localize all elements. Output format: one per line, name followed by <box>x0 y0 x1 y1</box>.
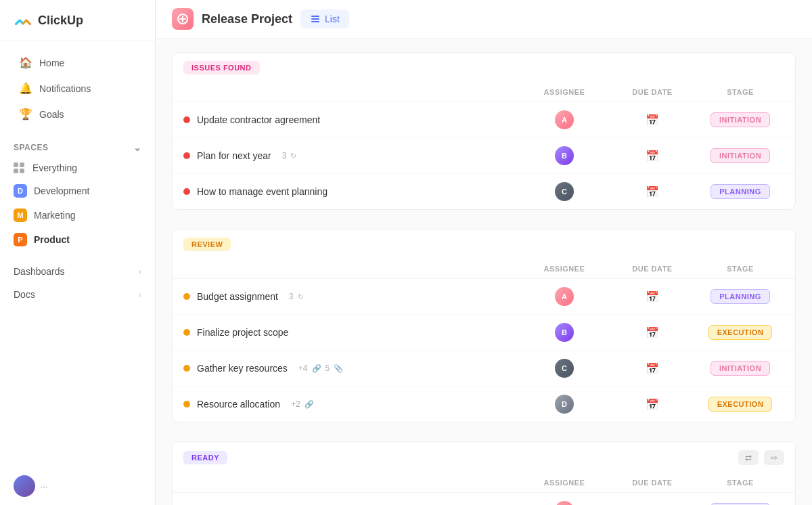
table-row[interactable]: How to manage event planning C 📅 PLANNIN… <box>173 174 795 209</box>
ready-badge: READY <box>183 451 227 464</box>
sidebar-item-dashboards[interactable]: Dashboards › <box>0 260 155 283</box>
avatar: D <box>555 395 574 414</box>
due-date-cell: 📅 <box>608 398 696 411</box>
sidebar-item-docs[interactable]: Docs › <box>0 283 155 306</box>
list-view-tab[interactable]: List <box>300 9 349 28</box>
avatar: C <box>555 359 574 378</box>
development-label: Development <box>34 185 90 196</box>
task-info: Plan for next year 3 ↻ <box>183 150 520 161</box>
task-info: Budget assignment 3 ↻ <box>183 291 520 302</box>
table-row[interactable]: Plan for next year 3 ↻ B 📅 INITIATION <box>173 138 795 174</box>
docs-label: Docs <box>14 289 35 300</box>
calendar-icon: 📅 <box>646 362 659 375</box>
assignee-cell: C <box>520 359 608 378</box>
sidebar-item-home[interactable]: 🏠 Home <box>5 50 150 75</box>
top-bar: Release Project List <box>156 0 812 39</box>
due-date-cell: 📅 <box>608 290 696 303</box>
status-dot <box>183 401 190 408</box>
spaces-list: Everything D Development M Marketing P P… <box>0 157 155 252</box>
avatar: A <box>555 110 574 129</box>
table-row[interactable]: Budget assignment 3 ↻ A 📅 PLANNING <box>173 279 795 315</box>
task-name: Gather key resources <box>197 363 288 374</box>
ready-ctrl-2[interactable]: ⇨ <box>764 450 784 465</box>
issues-columns: ASSIGNEE DUE DATE STAGE <box>173 83 795 102</box>
avatar: B <box>555 146 574 165</box>
group-issues-found: ISSUES FOUND ASSIGNEE DUE DATE STAGE Upd… <box>172 52 796 210</box>
sidebar-item-everything[interactable]: Everything <box>0 157 155 179</box>
task-name: Finalize project scope <box>197 327 288 338</box>
ready-ctrl-1[interactable]: ⇄ <box>738 450 759 465</box>
task-meta: 3 ↻ <box>282 151 297 160</box>
dots-icon <box>14 162 26 173</box>
development-badge: D <box>14 184 27 198</box>
user-avatar[interactable] <box>14 475 35 497</box>
stage-cell: INITIATION <box>696 148 784 163</box>
due-date-cell: 📅 <box>608 114 696 127</box>
group-issues-header: ISSUES FOUND <box>173 53 795 83</box>
refresh-icon: ↻ <box>298 292 304 301</box>
project-icon <box>172 8 194 30</box>
home-icon: 🏠 <box>19 56 32 69</box>
sidebar-item-goals[interactable]: 🏆 Goals <box>5 102 150 127</box>
task-name: Plan for next year <box>197 150 271 161</box>
stage-badge: PLANNING <box>710 184 769 199</box>
status-dot <box>183 293 190 300</box>
task-info: Resource allocation +2 🔗 <box>183 399 520 410</box>
status-dot <box>183 188 190 195</box>
calendar-icon: 📅 <box>646 150 659 162</box>
calendar-icon: 📅 <box>646 290 659 303</box>
task-name: Resource allocation <box>197 399 280 410</box>
product-label: Product <box>34 234 70 245</box>
review-columns: ASSIGNEE DUE DATE STAGE <box>173 259 795 279</box>
task-info: Gather key resources +4 🔗 5 📎 <box>183 363 520 374</box>
due-date-cell: 📅 <box>608 362 696 375</box>
everything-label: Everything <box>32 162 77 173</box>
group-ready-header: READY ⇄ ⇨ <box>173 442 795 473</box>
due-date-cell: 📅 <box>608 326 696 339</box>
home-label: Home <box>39 58 64 68</box>
table-row[interactable]: New contractor agreement A 📅 PLANNING <box>173 493 795 505</box>
stage-badge: PLANNING <box>710 289 769 304</box>
stage-cell: EXECUTION <box>696 325 784 340</box>
table-row[interactable]: Gather key resources +4 🔗 5 📎 C 📅 INITIA… <box>173 351 795 387</box>
status-dot <box>183 116 190 123</box>
issues-badge: ISSUES FOUND <box>183 61 260 74</box>
list-icon <box>310 14 321 24</box>
dashboards-label: Dashboards <box>14 266 65 277</box>
assignee-cell: C <box>520 182 608 201</box>
avatar: A <box>555 501 574 505</box>
stage-badge: INITIATION <box>710 361 770 376</box>
stage-cell: PLANNING <box>696 184 784 199</box>
assignee-cell: A <box>520 501 608 505</box>
calendar-icon: 📅 <box>646 114 659 127</box>
table-row[interactable]: Update contractor agreement A 📅 INITIATI… <box>173 102 795 138</box>
table-row[interactable]: Finalize project scope B 📅 EXECUTION <box>173 315 795 351</box>
due-date-cell: 📅 <box>608 150 696 162</box>
marketing-label: Marketing <box>34 210 75 221</box>
task-name: Update contractor agreement <box>197 114 320 125</box>
calendar-icon: 📅 <box>646 326 659 339</box>
stage-badge: EXECUTION <box>708 325 773 340</box>
chevron-down-icon[interactable]: ⌄ <box>133 142 142 153</box>
svg-rect-3 <box>311 21 319 22</box>
list-view-label: List <box>325 14 340 24</box>
logo-area: ClickUp <box>0 0 155 41</box>
table-row[interactable]: Resource allocation +2 🔗 D 📅 EXECUTION <box>173 387 795 422</box>
sidebar-item-product[interactable]: P Product <box>0 227 155 252</box>
stage-cell: EXECUTION <box>696 397 784 412</box>
svg-rect-2 <box>311 18 319 20</box>
sidebar-footer: ··· <box>0 467 155 505</box>
task-info: Finalize project scope <box>183 327 520 338</box>
group-review: REVIEW ASSIGNEE DUE DATE STAGE Budget as… <box>172 229 796 422</box>
task-meta: 3 ↻ <box>289 292 304 301</box>
product-badge: P <box>14 233 27 246</box>
chevron-right-icon: › <box>138 266 141 277</box>
gift-icon <box>177 13 189 25</box>
sidebar-item-notifications[interactable]: 🔔 Notifications <box>5 76 150 101</box>
task-name: Budget assignment <box>197 291 278 302</box>
sidebar-item-development[interactable]: D Development <box>0 179 155 203</box>
sidebar-item-marketing[interactable]: M Marketing <box>0 203 155 227</box>
group-ready: READY ⇄ ⇨ ASSIGNEE DUE DATE STAGE New co… <box>172 441 796 505</box>
status-dot <box>183 365 190 372</box>
clickup-logo-icon <box>14 11 32 30</box>
